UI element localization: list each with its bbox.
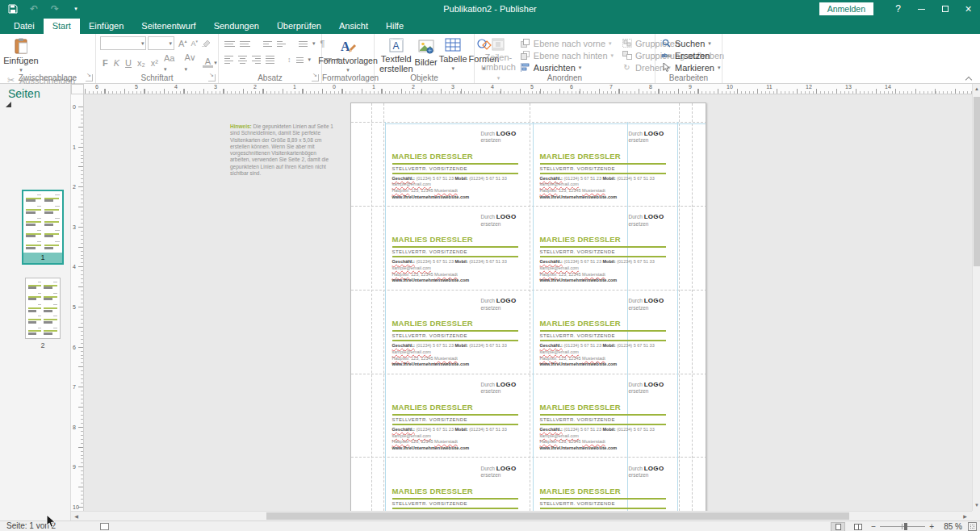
logo-placeholder[interactable]: Durch LOGO ersetzen [481,466,517,479]
business-card[interactable]: Durch LOGO ersetzen MARLIES DRESSLER STE… [386,123,532,207]
zoom-in-icon[interactable]: + [929,522,934,531]
business-card[interactable]: Durch LOGO ersetzen MARLIES DRESSLER STE… [386,374,532,458]
character-spacing-button[interactable]: A∨ ▾ [182,52,197,73]
card-role[interactable]: STELLVERTR. VORSITZENDE [392,333,467,338]
help-button[interactable]: ? [886,0,910,18]
card-role[interactable]: STELLVERTR. VORSITZENDE [392,249,467,254]
business-card[interactable]: Durch LOGO ersetzen MARLIES DRESSLER STE… [534,123,680,207]
tab-ansicht[interactable]: Ansicht [330,19,377,34]
tab-seitenentwurf[interactable]: Seitenentwurf [132,19,204,34]
horizontal-scrollbar[interactable]: ◀ ▶ [71,511,972,521]
two-page-view-button[interactable] [851,522,865,531]
logo-placeholder[interactable]: Durch LOGO ersetzen [629,131,664,144]
tab-hilfe[interactable]: Hilfe [377,19,413,34]
card-role[interactable]: STELLVERTR. VORSITZENDE [392,417,467,422]
align-right-icon[interactable] [252,56,261,64]
clipboard-dialog-launcher[interactable]: ↘ [86,74,93,82]
card-name[interactable]: MARLIES DRESSLER [540,235,621,244]
customize-qat-icon[interactable]: ▾ [69,2,82,15]
card-contact-block[interactable]: Geschäftl.: (01234) 5 67 51 23 Mobil: (0… [540,427,674,452]
card-name[interactable]: MARLIES DRESSLER [540,152,621,161]
card-role[interactable]: STELLVERTR. VORSITZENDE [540,501,615,506]
card-name[interactable]: MARLIES DRESSLER [392,403,473,412]
close-button[interactable]: × [957,0,980,18]
find-button[interactable]: Suchen ▾ [660,37,722,49]
collapse-pages-panel-icon[interactable] [6,102,11,107]
increase-indent-icon[interactable] [277,41,286,47]
select-button[interactable]: Markieren ▾ [660,61,722,73]
sign-in-button[interactable]: Anmelden [819,2,873,15]
card-contact-block[interactable]: Geschäftl.: (01234) 5 67 51 23 Mobil: (0… [392,427,526,452]
line-spacing-icon[interactable]: ↕ [287,56,291,64]
text-wrap-button[interactable]: Zeilen- umbruch ▾ [479,36,518,73]
tab-sendungen[interactable]: Sendungen [205,19,268,34]
bring-forward-button[interactable]: Ebene nach vorne ▾ [518,37,615,49]
font-dialog-launcher[interactable]: ↘ [208,74,216,82]
redo-icon[interactable]: ↷ [48,2,61,15]
zoom-slider-thumb[interactable] [904,523,907,530]
tab-datei[interactable]: Datei [5,19,44,34]
decrease-indent-icon[interactable] [263,41,272,47]
business-card[interactable]: Durch LOGO ersetzen MARLIES DRESSLER STE… [534,374,680,458]
card-name[interactable]: MARLIES DRESSLER [540,487,621,495]
card-name[interactable]: MARLIES DRESSLER [392,152,473,161]
business-card[interactable]: Durch LOGO ersetzen MARLIES DRESSLER STE… [386,290,532,374]
underline-button[interactable]: U [123,58,134,68]
justify-icon[interactable] [266,56,274,64]
card-name[interactable]: MARLIES DRESSLER [392,235,473,244]
business-card[interactable]: Durch LOGO ersetzen MARLIES DRESSLER STE… [386,206,532,290]
align-objects-button[interactable]: Ausrichten ▾ [518,61,615,73]
bullets-icon[interactable] [227,41,235,47]
shrink-font-button[interactable]: A▾ [191,39,198,48]
align-left-icon[interactable] [224,56,233,64]
logo-placeholder[interactable]: Durch LOGO ersetzen [481,382,517,395]
paragraph-dialog-launcher[interactable]: ↘ [312,74,319,82]
card-role[interactable]: STELLVERTR. VORSITZENDE [540,333,615,338]
styles-button[interactable]: A Formatvorlagen ▾ [326,36,370,73]
scroll-down-icon[interactable]: ▼ [973,500,980,511]
zoom-out-icon[interactable]: − [871,522,876,531]
fit-page-icon[interactable] [968,522,977,531]
card-contact-block[interactable]: Geschäftl.: (01234) 5 67 51 23 Mobil: (0… [392,259,526,284]
horizontal-scroll-thumb[interactable] [266,512,849,520]
vertical-scroll-thumb[interactable] [974,97,980,266]
font-color-button[interactable]: A [203,57,213,68]
card-role[interactable]: STELLVERTR. VORSITZENDE [540,417,615,422]
vertical-scrollbar[interactable]: ▲ ▼ [972,84,980,511]
horizontal-ruler[interactable]: 65432101234567891011121314 [84,84,972,94]
columns-icon[interactable] [299,41,308,47]
restore-button[interactable] [933,0,957,18]
zoom-level[interactable]: 85 % [940,522,962,531]
card-contact-block[interactable]: Geschäftl.: (01234) 5 67 51 23 Mobil: (0… [392,343,526,368]
minimize-button[interactable] [910,0,933,18]
logo-placeholder[interactable]: Durch LOGO ersetzen [481,298,517,311]
italic-button[interactable]: K [111,58,122,68]
business-card[interactable]: Durch LOGO ersetzen MARLIES DRESSLER STE… [534,290,680,374]
card-name[interactable]: MARLIES DRESSLER [392,319,473,328]
workspace-canvas[interactable]: Hinweis: Die gepunkteten Linien auf Seit… [84,94,972,511]
tab-start[interactable]: Start [44,19,80,34]
vertical-ruler[interactable]: 012345678910 [71,94,84,511]
logo-placeholder[interactable]: Durch LOGO ersetzen [629,214,664,228]
publication-page[interactable]: Durch LOGO ersetzen MARLIES DRESSLER STE… [350,102,706,511]
business-card[interactable]: Durch LOGO ersetzen MARLIES DRESSLER STE… [534,206,680,290]
replace-button[interactable]: abacErsetzen [660,49,722,61]
zoom-slider[interactable] [880,526,925,527]
numbering-icon[interactable] [242,41,250,47]
pictures-button[interactable]: Bilder [414,36,438,73]
business-card[interactable]: Durch LOGO ersetzen MARLIES DRESSLER STE… [386,458,532,511]
card-role[interactable]: STELLVERTR. VORSITZENDE [540,249,615,254]
page-thumbnail-2[interactable] [25,278,61,339]
grow-font-button[interactable]: A▴ [176,38,189,48]
font-size-combobox[interactable]: ▾ [148,36,174,50]
collapse-ribbon-icon[interactable] [966,75,972,81]
logo-placeholder[interactable]: Durch LOGO ersetzen [629,382,664,395]
card-name[interactable]: MARLIES DRESSLER [540,403,621,412]
card-contact-block[interactable]: Geschäftl.: (01234) 5 67 51 23 Mobil: (0… [540,259,674,284]
tab-berprfen[interactable]: Überprüfen [268,19,330,34]
subscript-button[interactable]: x₂ [135,58,148,68]
single-page-view-button[interactable] [831,522,845,531]
page-thumbnail-1[interactable]: 1 [22,190,64,265]
logo-placeholder[interactable]: Durch LOGO ersetzen [481,131,517,144]
align-center-icon[interactable] [238,56,247,64]
